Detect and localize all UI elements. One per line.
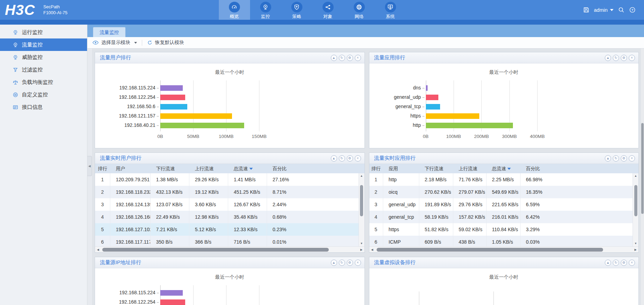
page-scrollbar-thumb[interactable] [641, 123, 644, 214]
refresh-icon[interactable]: ↻ [613, 55, 619, 61]
nav-item-network[interactable]: 网络 [344, 0, 375, 20]
save-icon[interactable] [583, 7, 590, 13]
scroll-right-icon[interactable]: ▶ [359, 248, 364, 251]
collapse-icon[interactable]: ▲ [331, 55, 337, 61]
table-cell-down-rate: 270.62 KB/s [419, 186, 453, 198]
chart-gridline [419, 291, 419, 305]
settings-icon[interactable]: ⚙ [347, 55, 353, 61]
table-vertical-scrollbar[interactable]: ▲▼ [359, 173, 364, 246]
settings-icon[interactable]: ⚙ [347, 260, 353, 266]
column-header-name[interactable]: 用户 [110, 166, 151, 172]
column-header-name[interactable]: 应用 [383, 166, 419, 172]
nav-item-policy[interactable]: 策略 [281, 0, 312, 20]
app-window: H3C SecPath F1000-AI-75 概览监控策略对象网络系统 adm… [0, 0, 644, 305]
nav-item-overview[interactable]: 概览 [219, 0, 250, 20]
sidebar-item-traffic-monitor[interactable]: 流量监控 [0, 38, 87, 51]
collapse-icon[interactable]: ▲ [331, 260, 337, 266]
column-header-down-rate[interactable]: 下行流速 [419, 166, 453, 172]
sidebar-item-run-monitor[interactable]: 运行监控 [0, 26, 87, 38]
close-icon[interactable]: × [355, 155, 361, 162]
column-header-percent[interactable]: 百分比 [521, 166, 639, 172]
column-header-up-rate[interactable]: 上行流速 [453, 166, 487, 172]
chart-bar-row [426, 83, 633, 93]
column-header-rank[interactable]: 排行 [95, 166, 110, 172]
collapse-icon[interactable]: ▲ [605, 260, 611, 266]
scroll-left-icon[interactable]: ◀ [95, 248, 101, 251]
scrollbar-track[interactable] [359, 179, 364, 241]
scroll-down-icon[interactable]: ▼ [633, 241, 639, 246]
help-icon[interactable]: ? [629, 7, 636, 13]
refresh-icon[interactable]: ↻ [339, 155, 345, 162]
close-icon[interactable]: × [629, 55, 635, 61]
settings-icon[interactable]: ⚙ [347, 155, 353, 162]
scrollbar-track[interactable] [375, 247, 633, 253]
refresh-icon[interactable]: ↻ [339, 260, 345, 266]
sidebar-item-threat-monitor[interactable]: 威胁监控 [0, 51, 87, 63]
chart-category-label: general_tcp [376, 102, 426, 111]
table-vertical-scrollbar[interactable]: ▲▼ [633, 173, 638, 246]
sidebar-item-interface-info[interactable]: 接口信息 [0, 101, 87, 113]
tab-traffic-monitor[interactable]: 流量监控 [93, 27, 126, 37]
column-header-down-rate[interactable]: 下行流速 [151, 166, 189, 172]
refresh-icon[interactable]: ↻ [613, 260, 619, 266]
scroll-down-icon[interactable]: ▼ [359, 241, 364, 246]
scrollbar-thumb[interactable] [377, 248, 603, 252]
sidebar-item-custom-monitor[interactable]: 自定义监控 [0, 88, 87, 101]
logo-area: H3C SecPath F1000-AI-75 [0, 3, 87, 17]
page-scrollbar[interactable] [641, 49, 644, 305]
settings-icon[interactable]: ⚙ [621, 260, 627, 266]
tab-bar: 流量监控 [87, 25, 644, 37]
close-icon[interactable]: × [629, 260, 635, 266]
settings-icon[interactable]: ⚙ [621, 155, 627, 162]
scrollbar-thumb[interactable] [634, 185, 637, 216]
share-nodes-icon [323, 2, 334, 12]
settings-icon[interactable]: ⚙ [621, 55, 627, 61]
column-header-rank[interactable]: 排行 [369, 166, 383, 172]
traffic-app-chart: 最近一个小时dnsgeneral_udpgeneral_tcphttpshttp… [369, 63, 639, 148]
table-cell-percent: 27.16% [267, 173, 364, 186]
scroll-up-icon[interactable]: ▲ [359, 173, 364, 179]
refresh-icon[interactable]: ↻ [613, 155, 619, 162]
collapse-icon[interactable]: ▲ [605, 55, 611, 61]
refresh-icon[interactable]: ↻ [339, 55, 345, 61]
nav-item-monitor[interactable]: 监控 [250, 0, 281, 20]
nav-item-object[interactable]: 对象 [312, 0, 344, 20]
scrollbar-track[interactable] [101, 247, 359, 253]
sidebar-collapse-handle[interactable]: ◀ [87, 156, 92, 176]
user-menu[interactable]: admin [594, 7, 614, 13]
table-cell-up-rate: 366 B/s [189, 236, 228, 246]
scroll-up-icon[interactable]: ▲ [633, 173, 639, 179]
table-cell-name: 120.209.79.251 [110, 173, 151, 186]
search-icon[interactable] [618, 7, 625, 13]
column-header-label: 总流速 [492, 166, 506, 172]
column-header-up-rate[interactable]: 上行流速 [189, 166, 228, 172]
scroll-left-icon[interactable]: ◀ [369, 248, 375, 251]
column-header-total-rate[interactable]: 总流速 [228, 166, 267, 172]
nav-item-system[interactable]: 系统 [375, 0, 406, 20]
table-cell-name: http [383, 173, 419, 186]
table-row: 1120.209.79.2511.38 MB/s29.26 KB/s1.41 M… [95, 173, 364, 186]
restore-default-modules-button[interactable]: 恢复默认模块 [147, 40, 184, 46]
table-horizontal-scrollbar[interactable]: ◀▶ [95, 246, 364, 252]
column-header-total-rate[interactable]: 总流速 [487, 166, 521, 172]
select-display-modules-button[interactable]: 选择显示模块 [92, 40, 137, 46]
table-cell-down-rate: 432.13 KB/s [151, 186, 189, 198]
table-cell-name: general_tcp [383, 211, 419, 223]
close-icon[interactable]: × [355, 260, 361, 266]
close-icon[interactable]: × [629, 155, 635, 162]
sidebar-item-filter-monitor[interactable]: 过滤监控 [0, 63, 87, 76]
sidebar-item-label: 接口信息 [22, 104, 43, 111]
chart-category-label: 192.168.50.6 [101, 102, 160, 111]
table-cell-down-rate: 123.07 KB/s [151, 198, 189, 211]
scrollbar-thumb[interactable] [360, 185, 363, 216]
scrollbar-thumb[interactable] [102, 248, 329, 252]
table-cell-total-rate: 451.25 KB/s [228, 186, 267, 198]
scrollbar-track[interactable] [633, 179, 639, 241]
collapse-icon[interactable]: ▲ [605, 155, 611, 162]
sidebar-item-load-balance-monitor[interactable]: 负载均衡监控 [0, 76, 87, 88]
close-icon[interactable]: × [355, 55, 361, 61]
column-header-percent[interactable]: 百分比 [267, 166, 364, 172]
collapse-icon[interactable]: ▲ [331, 155, 337, 162]
table-horizontal-scrollbar[interactable]: ◀▶ [369, 246, 639, 252]
scroll-right-icon[interactable]: ▶ [633, 248, 638, 251]
